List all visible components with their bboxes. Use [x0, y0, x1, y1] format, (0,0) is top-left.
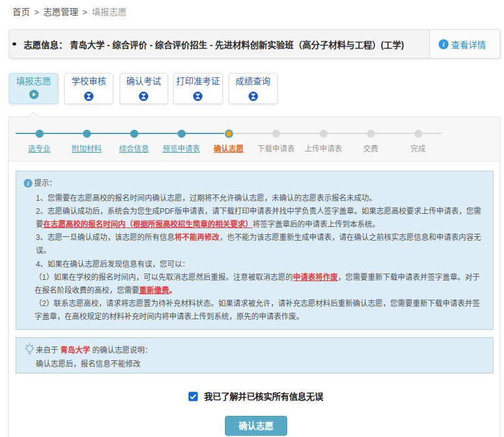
svg-text:i: i — [27, 180, 29, 187]
